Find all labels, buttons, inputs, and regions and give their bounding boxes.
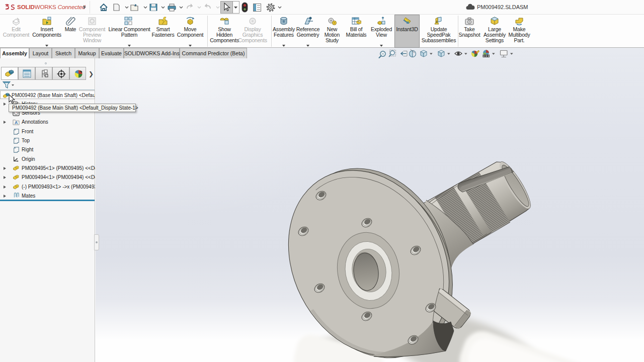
svg-text:A: A — [15, 121, 18, 126]
